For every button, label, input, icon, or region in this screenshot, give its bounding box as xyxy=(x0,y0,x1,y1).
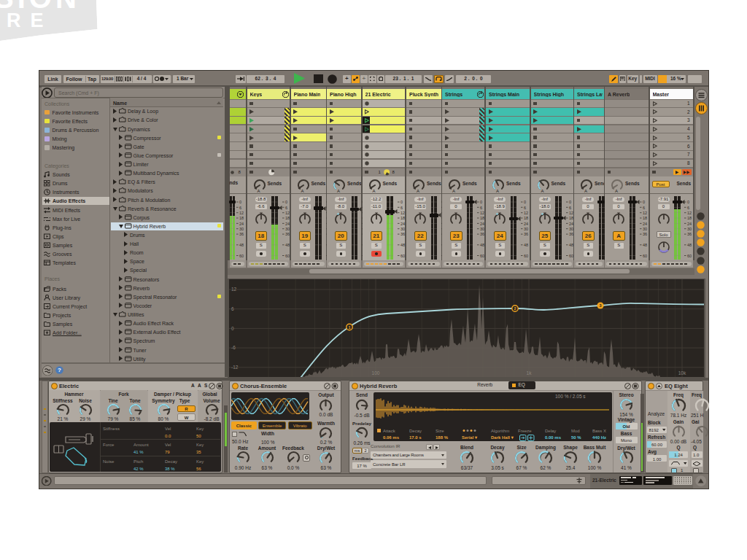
svg-text:ORE: ORE xyxy=(0,9,53,31)
svg-text:24: 24 xyxy=(400,222,405,226)
svg-text:24: 24 xyxy=(643,222,647,226)
svg-text:12: 12 xyxy=(400,211,405,215)
svg-text:36: 36 xyxy=(687,232,692,236)
svg-text:24: 24 xyxy=(480,222,484,226)
svg-text:60: 60 xyxy=(643,254,647,258)
svg-text:48: 48 xyxy=(239,243,244,247)
svg-text:6: 6 xyxy=(400,206,403,210)
svg-text:48: 48 xyxy=(687,243,692,247)
svg-text:24: 24 xyxy=(239,222,244,226)
svg-text:10k: 10k xyxy=(678,370,686,376)
svg-text:30: 30 xyxy=(687,227,692,231)
svg-text:24: 24 xyxy=(524,222,528,226)
svg-text:12: 12 xyxy=(480,211,484,215)
svg-text:12: 12 xyxy=(569,211,573,215)
svg-text:30: 30 xyxy=(643,227,647,231)
svg-text:2: 2 xyxy=(514,306,516,311)
svg-text:100: 100 xyxy=(372,370,380,376)
svg-text:0: 0 xyxy=(643,200,645,204)
svg-text:0: 0 xyxy=(524,200,526,204)
svg-text:1: 1 xyxy=(348,325,350,330)
svg-text:6: 6 xyxy=(687,206,689,210)
svg-text:36: 36 xyxy=(285,232,290,236)
svg-text:12: 12 xyxy=(524,211,528,215)
svg-text:0: 0 xyxy=(285,200,287,204)
svg-text:3: 3 xyxy=(599,303,601,308)
svg-text:30: 30 xyxy=(285,227,290,231)
svg-text:60: 60 xyxy=(285,254,290,258)
svg-text:0: 0 xyxy=(231,326,234,331)
svg-text:36: 36 xyxy=(400,232,405,236)
svg-text:0: 0 xyxy=(239,200,241,204)
svg-text:30: 30 xyxy=(400,227,405,231)
svg-text:18: 18 xyxy=(687,216,692,220)
svg-text:30: 30 xyxy=(480,227,484,231)
svg-text:12: 12 xyxy=(231,287,237,292)
svg-text:36: 36 xyxy=(480,232,484,236)
svg-text:6: 6 xyxy=(285,206,287,210)
svg-text:36: 36 xyxy=(524,232,528,236)
svg-text:12: 12 xyxy=(239,211,244,215)
svg-text:18: 18 xyxy=(285,216,290,220)
svg-text:0: 0 xyxy=(480,200,482,204)
svg-text:?: ? xyxy=(58,367,61,373)
svg-text:18: 18 xyxy=(524,216,528,220)
svg-text:24: 24 xyxy=(687,222,692,226)
svg-text:36: 36 xyxy=(239,232,244,236)
svg-text:1k: 1k xyxy=(527,370,533,376)
svg-text:48: 48 xyxy=(285,243,290,247)
svg-text:6: 6 xyxy=(480,206,482,210)
svg-text:18: 18 xyxy=(400,216,405,220)
svg-text:6: 6 xyxy=(643,206,645,210)
svg-text:60: 60 xyxy=(524,254,528,258)
svg-text:0: 0 xyxy=(569,200,571,204)
svg-text:36: 36 xyxy=(643,232,647,236)
svg-text:36: 36 xyxy=(569,232,573,236)
svg-text:60: 60 xyxy=(400,254,405,258)
svg-text:60: 60 xyxy=(687,254,692,258)
svg-text:6: 6 xyxy=(231,306,234,311)
svg-text:60: 60 xyxy=(480,254,484,258)
svg-text:24: 24 xyxy=(569,222,573,226)
svg-text:48: 48 xyxy=(643,243,647,247)
svg-text:30: 30 xyxy=(569,227,573,231)
svg-text:30: 30 xyxy=(239,227,244,231)
svg-text:48: 48 xyxy=(569,243,573,247)
svg-text:12: 12 xyxy=(285,211,290,215)
svg-text:48: 48 xyxy=(524,243,528,247)
svg-text:48: 48 xyxy=(400,243,405,247)
svg-text:0: 0 xyxy=(400,200,403,204)
svg-text:18: 18 xyxy=(239,216,244,220)
svg-text:12: 12 xyxy=(643,211,647,215)
svg-text:24: 24 xyxy=(285,222,290,226)
svg-text:-6: -6 xyxy=(231,345,236,350)
svg-text:6: 6 xyxy=(239,206,241,210)
svg-text:60: 60 xyxy=(239,254,244,258)
svg-text:12: 12 xyxy=(687,211,692,215)
svg-text:6: 6 xyxy=(524,206,526,210)
svg-text:60: 60 xyxy=(569,254,573,258)
svg-text:48: 48 xyxy=(480,243,484,247)
svg-text:0: 0 xyxy=(687,200,689,204)
svg-text:18: 18 xyxy=(643,216,647,220)
svg-text:-12: -12 xyxy=(231,365,239,370)
svg-text:30: 30 xyxy=(524,227,528,231)
svg-text:6: 6 xyxy=(569,206,571,210)
svg-text:18: 18 xyxy=(480,216,484,220)
svg-text:18: 18 xyxy=(569,216,573,220)
